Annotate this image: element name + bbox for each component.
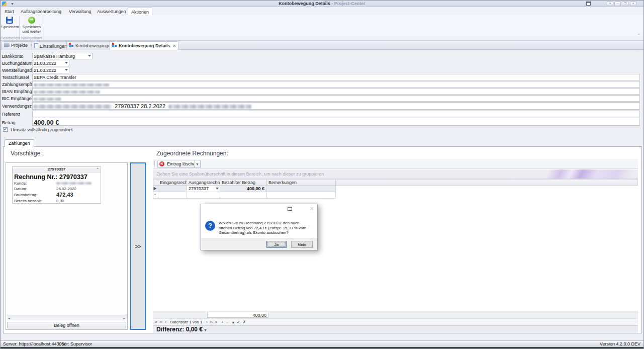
redacted-text — [34, 91, 100, 94]
column-header-ausgangsrechnung[interactable]: Ausgangsrechnung — [187, 179, 220, 186]
bic-label: BIC Empfänger — [2, 96, 33, 101]
new-row-cell[interactable] — [187, 192, 220, 199]
iban-field[interactable] — [32, 88, 640, 95]
ribbon-tab-verwaltung[interactable]: Verwaltung — [66, 8, 95, 15]
ribbon-body: Speichern Speichern und weiter — [1, 15, 643, 36]
scroll-left-icon[interactable]: ◂ — [8, 316, 10, 320]
ribbon-tab-start[interactable]: Start — [2, 8, 17, 15]
redacted-text — [34, 105, 112, 109]
suggestion-card[interactable]: 27970337 ⌃ Rechnung Nr.: 27970337 Kunde:… — [12, 166, 101, 204]
record-navigator: «‹‹‹ Datensatz 1 von 1 ›››» +− ▴✓✗ — [153, 318, 638, 325]
redacted-text — [34, 98, 61, 101]
checkbox-checked-icon — [3, 127, 8, 132]
bruttobetrag-label: Bruttobetrag: — [14, 193, 37, 197]
nav-delete-icon[interactable]: − — [226, 320, 229, 324]
ribbon-tab-auftragsbearbeitung[interactable]: Auftragsbearbeitung — [18, 8, 64, 15]
ribbon-group-navigations: Navigations — [20, 36, 44, 41]
cell-eingangsrechnung[interactable] — [158, 186, 187, 192]
nav-cancel-icon[interactable]: ✗ — [243, 320, 246, 324]
nav-prev-page-icon[interactable]: ‹‹ — [159, 320, 162, 324]
nav-first-icon[interactable]: « — [155, 320, 157, 324]
group-by-panel[interactable]: Ziehen Sie eine Spaltenüberschrift in di… — [153, 169, 638, 179]
textschluessel-value: SEPA Credit Transfer — [34, 75, 76, 80]
ribbon-collapse-icon[interactable]: ⌃ — [637, 33, 640, 38]
cell-bemerkungen[interactable] — [267, 186, 336, 192]
bereits-bezahlt-row: Bereits bezahlt: 0,00 — [13, 198, 101, 204]
verwendungszweck-visible-text: 27970337 28.2.2022 — [115, 103, 165, 109]
column-header-eingangsrechnung[interactable]: Eingangsrechnung — [158, 179, 187, 186]
nav-append-icon[interactable]: + — [221, 320, 224, 324]
nein-button[interactable]: Nein — [291, 241, 313, 248]
ribbon-tab-aktionen[interactable]: Aktionen — [128, 8, 152, 15]
form-style-icon[interactable] — [586, 2, 591, 6]
scroll-right-icon[interactable]: ▸ — [123, 316, 125, 320]
zahlungsempfaenger-field[interactable] — [32, 81, 640, 88]
chevron-down-icon — [88, 55, 91, 57]
dialog-message: Wollen Sie zu Rechnung 27970337 den noch… — [219, 221, 313, 235]
wertstellungsdatum-picker[interactable]: 21.03.2022 — [32, 67, 69, 73]
new-row-cell[interactable] — [267, 192, 336, 199]
wertstellungsdatum-value: 21.03.2022 — [34, 68, 56, 73]
umsatz-checkbox[interactable]: Umsatz vollständig zugeordnet — [3, 127, 73, 132]
cell-ausgangsrechnung-combo[interactable]: 27970337 — [187, 186, 220, 192]
ausgangsrechnung-value: 27970337 — [189, 186, 209, 191]
bereits-bezahlt-label: Bereits bezahlt: — [14, 199, 42, 203]
save-button-label: Speichern — [1, 25, 18, 29]
cell-bezahlter-betrag[interactable]: 400,00 € — [220, 186, 267, 192]
ribbon-tab-auswertungen[interactable]: Auswertungen — [94, 8, 129, 15]
bankkonto-combo[interactable]: Sparkasse Hamburg — [32, 53, 93, 59]
tab-projekte[interactable]: Projekte✕ — [2, 41, 36, 50]
tab-zahlungen[interactable]: Zahlungen — [5, 139, 34, 147]
nav-next-page-icon[interactable]: ›› — [210, 320, 213, 324]
column-header-bezahlter-betrag[interactable]: Bezahlter Betrag — [220, 179, 267, 186]
delete-dropdown-button[interactable]: ▼ — [194, 160, 201, 168]
hierarchy-icon — [112, 43, 117, 47]
row-indicator-header — [153, 179, 158, 186]
bankkonto-label: Bankkonto — [2, 54, 24, 59]
minimize-button[interactable]: — — [614, 2, 621, 6]
textschluessel-field[interactable]: SEPA Credit Transfer — [32, 74, 640, 80]
version-status: Version 4.2.0.0 DEV — [600, 341, 640, 346]
differenz-dropdown-icon[interactable]: ▾ — [204, 328, 206, 332]
application-window: ▼ Kontobewegung Details - Project-Center… — [0, 0, 644, 349]
referenz-field[interactable] — [32, 111, 640, 117]
betrag-value: 400,00 € — [34, 119, 59, 126]
horizontal-scrollbar[interactable]: ◂ ▸ — [7, 315, 127, 320]
nav-last-icon[interactable]: » — [215, 320, 217, 324]
close-button[interactable]: ✕ — [630, 2, 636, 6]
save-button[interactable]: Speichern — [1, 16, 18, 36]
buchungsdatum-picker[interactable]: 21.03.2022 — [32, 60, 69, 66]
nav-prev-icon[interactable]: ‹ — [165, 320, 166, 324]
betrag-field[interactable]: 400,00 € — [32, 118, 640, 126]
window-title-suffix: - Project-Center — [330, 1, 365, 6]
restore-button[interactable]: ❐ — [622, 2, 628, 6]
bankkonto-value: Sparkasse Hamburg — [34, 54, 75, 59]
ja-button[interactable]: Ja — [266, 241, 287, 248]
nav-commit-icon[interactable]: ✓ — [237, 320, 240, 324]
suggestion-card-header[interactable]: 27970337 ⌃ — [13, 167, 101, 172]
differenz-bar: Differenz: 0,00 € ▾ — [153, 325, 638, 333]
kunde-value-redacted — [56, 181, 91, 186]
vorschlaege-heading: Vorschläge : — [11, 150, 44, 157]
assign-button[interactable]: >> — [130, 162, 146, 330]
dialog-title-bar[interactable]: ✕ — [201, 204, 317, 213]
verwendungszweck-field[interactable]: 27970337 28.2.2022 — [32, 102, 640, 110]
dialog-close-icon[interactable]: ✕ — [310, 206, 314, 211]
bruttobetrag-row: Bruttobetrag: 472,43 — [13, 192, 101, 198]
window-pin-button[interactable]: ✕ — [607, 2, 613, 6]
nav-edit-icon[interactable]: ▴ — [232, 320, 234, 324]
collapse-icon[interactable]: ⌃ — [96, 167, 99, 171]
column-header-bemerkungen[interactable]: Bemerkungen — [267, 179, 336, 186]
tab-close-icon[interactable]: ✕ — [173, 44, 176, 48]
new-row-cell[interactable] — [220, 192, 267, 199]
chevron-down-icon — [65, 69, 68, 71]
bic-field[interactable] — [32, 95, 640, 102]
tab-kontobewegung-details[interactable]: Kontobewegung Details✕ — [110, 41, 178, 50]
nav-next-icon[interactable]: › — [206, 320, 208, 324]
ribbon-group-separator — [44, 16, 44, 43]
new-row-cell[interactable] — [158, 192, 187, 199]
save-and-next-button[interactable]: Speichern und weiter — [21, 16, 43, 36]
assign-button-label: >> — [135, 244, 141, 249]
kunde-row: Kunde: — [13, 181, 101, 186]
beleg-oeffnen-button[interactable]: Beleg öffnen — [7, 322, 126, 328]
